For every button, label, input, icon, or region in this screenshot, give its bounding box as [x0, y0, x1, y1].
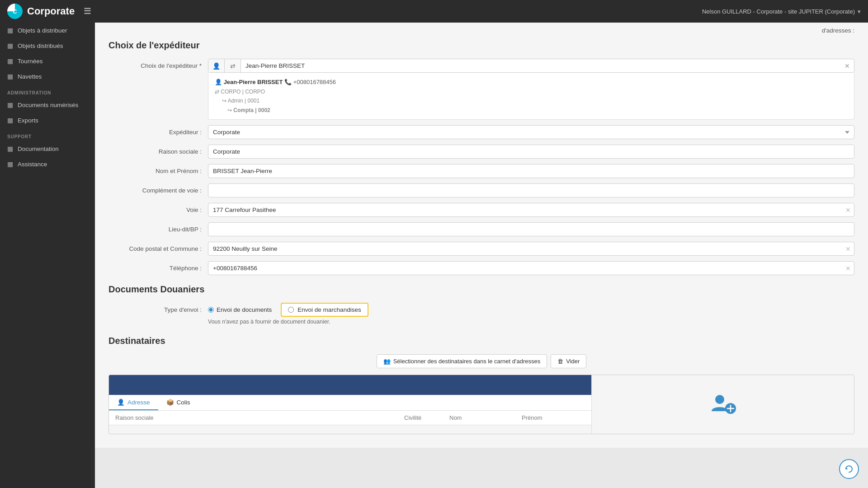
radio-envoi-documents[interactable]: Envoi de documents — [208, 306, 272, 313]
tab-colis[interactable]: 📦 Colis — [158, 395, 198, 410]
brand: C Corporate ☰ — [7, 4, 91, 19]
navbar: C Corporate ☰ Nelson GUILLARD - Corporat… — [0, 0, 868, 23]
complement-voie-input[interactable] — [208, 183, 854, 197]
brand-name: Corporate — [27, 5, 75, 17]
lieu-dit-input[interactable] — [208, 222, 854, 236]
clear-voie-icon[interactable]: ✕ — [845, 206, 851, 214]
hamburger-icon[interactable]: ☰ — [84, 6, 91, 16]
contact-phone: 📞 +008016788456 — [284, 79, 336, 85]
person-icon: 👤 — [212, 62, 220, 70]
contact-corpo: ⇄ CORPO | CORPO — [215, 87, 848, 96]
sidebar-item-navettes[interactable]: ▦ Navettes — [0, 69, 95, 84]
sidebar-item-label: Objets à distribuer — [18, 27, 88, 34]
radio-envoi-marchandises-highlight: Envoi de marchandises — [281, 303, 368, 317]
user-chevron-icon[interactable]: ▾ — [858, 8, 861, 15]
person-icon-btn[interactable]: 👤 — [208, 59, 225, 72]
destinataires-card: 👤 Adresse 📦 Colis Raison sociale Civilit… — [108, 375, 854, 434]
grid-icon: ▦ — [7, 57, 13, 65]
sidebar: ▦ Objets à distribuer ▦ Objets distribué… — [0, 23, 95, 488]
radio-label-envoi-marchandises: Envoi de marchandises — [297, 306, 361, 313]
section-douaniers-title: Documents Douaniers — [108, 284, 854, 295]
btn-vider[interactable]: 🗑 Vider — [551, 354, 586, 368]
grid-icon: ▦ — [7, 73, 13, 80]
code-postal-input[interactable] — [208, 242, 854, 256]
label-expediteur: Expéditeur : — [108, 125, 208, 136]
tab-adresse[interactable]: 👤 Adresse — [109, 395, 158, 410]
voie-wrap: ✕ — [208, 203, 854, 217]
sidebar-item-documents-numerises[interactable]: ▦ Documents numérisés — [0, 97, 95, 113]
trash-icon: 🗑 — [557, 358, 563, 365]
section-expediteur-title: Choix de l'expéditeur — [108, 40, 854, 51]
form-row-complement-voie: Complément de voie : — [108, 183, 854, 197]
code-postal-input-wrap: ✕ — [208, 242, 854, 256]
telephone-wrap: ✕ — [208, 261, 854, 275]
sidebar-item-label: Tournées — [18, 58, 88, 65]
grid-icon: ▦ — [7, 27, 13, 34]
tab-adresse-label: Adresse — [127, 399, 150, 406]
refresh-button[interactable] — [839, 459, 859, 479]
clear-telephone-icon[interactable]: ✕ — [845, 265, 851, 272]
radio-hint-text: Vous n'avez pas à fournir de document do… — [208, 319, 854, 325]
book-icon: ▦ — [7, 145, 13, 152]
radio-input-envoi-documents[interactable] — [208, 307, 214, 313]
nom-prenom-input[interactable] — [208, 164, 854, 178]
voie-input[interactable] — [208, 203, 854, 217]
brand-logo: C — [7, 4, 23, 19]
form-row-type-envoi: Type d'envoi : Envoi de documents Envoi … — [108, 303, 854, 325]
btn-selectionner-destinataires[interactable]: 👥 Sélectionner des destinataires dans le… — [377, 354, 547, 368]
label-type-envoi: Type d'envoi : — [108, 303, 208, 313]
help-icon: ▦ — [7, 160, 13, 168]
contact-admin: ↪ Admin | 0001 — [215, 96, 848, 105]
contact-name: 👤 Jean-Pierre BRISSET — [215, 79, 283, 85]
add-contact-btn-area[interactable] — [710, 391, 736, 418]
form-row-expediteur: Expéditeur : Corporate — [108, 125, 854, 139]
address-book-icon: 👥 — [383, 358, 391, 365]
sidebar-item-label: Exports — [18, 117, 88, 124]
btn-selectionner-label: Sélectionner des destinataires dans le c… — [393, 358, 541, 365]
lieu-dit-wrap — [208, 222, 854, 236]
app-body: ▦ Objets à distribuer ▦ Objets distribué… — [0, 23, 868, 488]
sidebar-item-label: Documents numérisés — [18, 102, 88, 108]
sidebar-item-objets-distribuer[interactable]: ▦ Objets à distribuer — [0, 23, 95, 38]
raison-sociale-wrap — [208, 145, 854, 159]
label-voie: Voie : — [108, 203, 208, 213]
exchange-icon-btn[interactable]: ⇄ — [225, 59, 241, 72]
nom-prenom-wrap — [208, 164, 854, 178]
sidebar-section-support: SUPPORT — [0, 128, 95, 141]
refresh-icon — [844, 464, 854, 474]
adresses-hint: d'adresses : — [108, 23, 854, 36]
expediteur-input-group: 👤 ⇄ ✕ — [208, 59, 854, 73]
sidebar-item-tournees[interactable]: ▦ Tournées — [0, 53, 95, 69]
sidebar-item-assistance[interactable]: ▦ Assistance — [0, 156, 95, 172]
colis-tab-icon: 📦 — [166, 399, 174, 406]
label-code-postal: Code postal et Commune : — [108, 242, 208, 252]
exchange-icon: ⇄ — [230, 62, 236, 70]
voie-input-wrap: ✕ — [208, 203, 854, 217]
form-row-nom-prenom: Nom et Prénom : — [108, 164, 854, 178]
sidebar-item-label: Navettes — [18, 73, 88, 80]
radio-input-envoi-marchandises[interactable] — [288, 307, 294, 313]
sidebar-item-objets-distribues[interactable]: ▦ Objets distribués — [0, 38, 95, 53]
clear-code-postal-icon[interactable]: ✕ — [845, 245, 851, 253]
telephone-input[interactable] — [208, 261, 854, 275]
clear-expediteur-icon[interactable]: ✕ — [840, 59, 854, 72]
form-row-voie: Voie : ✕ — [108, 203, 854, 217]
main-content: d'adresses : Choix de l'expéditeur Choix… — [95, 23, 868, 488]
grid-icon: ▦ — [7, 101, 13, 108]
sidebar-item-exports[interactable]: ▦ Exports — [0, 113, 95, 128]
grid-icon: ▦ — [7, 42, 13, 49]
brand-logo-letter: C — [13, 8, 17, 15]
col-nom: Nom — [449, 414, 513, 421]
destinataires-toolbar: 👥 Sélectionner des destinataires dans le… — [108, 354, 854, 368]
label-lieu-dit: Lieu-dit/BP : — [108, 222, 208, 233]
user-label: Nelson GUILLARD - Corporate - site JUPIT… — [702, 8, 855, 15]
add-contact-area — [592, 375, 854, 434]
svg-point-1 — [715, 395, 724, 404]
expediteur-search-input[interactable] — [241, 59, 840, 72]
form-row-code-postal: Code postal et Commune : ✕ — [108, 242, 854, 256]
expediteur-select[interactable]: Corporate — [208, 125, 854, 139]
raison-sociale-input[interactable] — [208, 145, 854, 159]
sidebar-item-documentation[interactable]: ▦ Documentation — [0, 141, 95, 156]
radio-label-envoi-documents: Envoi de documents — [217, 306, 272, 313]
contact-card: 👤 Jean-Pierre BRISSET 📞 +008016788456 ⇄ … — [208, 73, 854, 120]
